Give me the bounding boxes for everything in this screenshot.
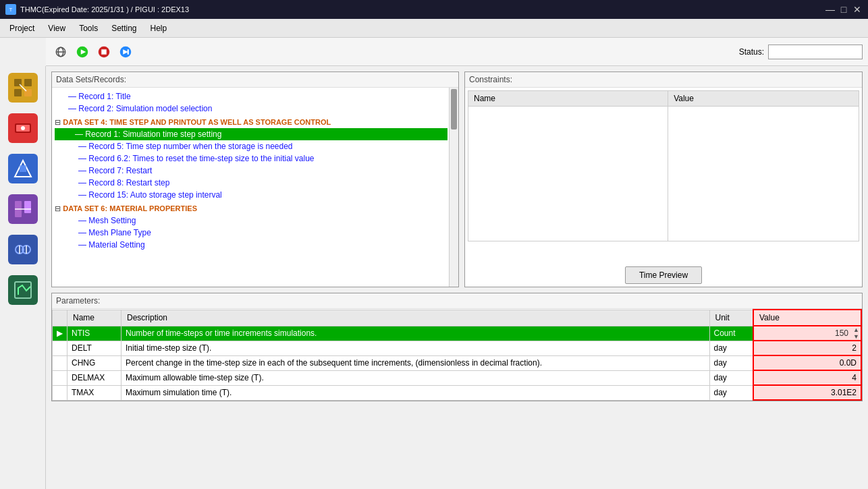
tree-mesh-setting[interactable]: — Mesh Setting xyxy=(55,214,447,227)
stop-button[interactable] xyxy=(94,42,113,61)
app-icon: T xyxy=(5,4,16,15)
params-row-delt-desc: Initial time-step size (T). xyxy=(121,341,710,355)
close-button[interactable]: ✕ xyxy=(852,4,863,15)
globe-button[interactable] xyxy=(51,42,70,61)
title-bar-left: T THMC(Expired Date: 2025/1/31 ) / PIGUI… xyxy=(5,4,189,15)
params-col-value: Value xyxy=(753,310,861,326)
menu-view[interactable]: View xyxy=(41,21,72,36)
params-row-tmax-name: TMAX xyxy=(67,385,121,400)
datasets-label: Data Sets/Records: xyxy=(52,72,458,88)
tree-record6[interactable]: — Record 6.2: Times to reset the time-st… xyxy=(55,152,447,165)
params-col-unit: Unit xyxy=(709,310,753,326)
tree-record-1[interactable]: — Record 1: Title xyxy=(55,90,447,103)
params-row-chng-desc: Percent change in the time-step size in … xyxy=(121,355,710,370)
svg-rect-20 xyxy=(20,165,26,172)
params-row-tmax-unit: day xyxy=(709,385,753,400)
params-col-name: Name xyxy=(67,310,121,326)
params-row-delmax-unit: day xyxy=(709,370,753,385)
title-bar-controls: — □ ✕ xyxy=(825,4,863,15)
side-icon-2[interactable] xyxy=(3,109,43,147)
menu-tools[interactable]: Tools xyxy=(72,21,105,36)
params-row-delmax-arrow xyxy=(53,370,67,385)
constraints-col-name: Name xyxy=(468,91,668,107)
step-button[interactable] xyxy=(116,42,135,61)
params-row-ntis-arrow: ▶ xyxy=(53,326,67,341)
menu-setting[interactable]: Setting xyxy=(105,21,143,36)
params-row-chng[interactable]: CHNG Percent change in the time-step siz… xyxy=(53,355,862,370)
tree-dataset4[interactable]: ⊟ DATA SET 4: TIME STEP AND PRINTOUT AS … xyxy=(55,116,447,128)
svg-rect-13 xyxy=(24,79,32,86)
status-area: Status: xyxy=(739,45,863,59)
svg-rect-22 xyxy=(24,201,31,213)
title-bar-text: THMC(Expired Date: 2025/1/31 ) / PIGUI :… xyxy=(20,5,189,13)
side-icon-1[interactable] xyxy=(3,69,43,107)
datasets-list[interactable]: — Record 1: Title — Record 2: Simulation… xyxy=(52,88,458,287)
params-row-delt-value[interactable]: 2 xyxy=(753,341,861,355)
svg-rect-8 xyxy=(101,49,107,55)
tree-mesh-plane[interactable]: — Mesh Plane Type xyxy=(55,227,447,239)
main-content: Data Sets/Records: — Record 1: Title — R… xyxy=(46,66,868,489)
svg-rect-28 xyxy=(15,282,31,298)
params-row-ntis-unit: Count xyxy=(709,326,753,341)
params-row-delmax-value[interactable]: 4 xyxy=(753,370,861,385)
menu-project[interactable]: Project xyxy=(3,21,41,36)
toolbar: Status: xyxy=(46,38,868,66)
title-bar: T THMC(Expired Date: 2025/1/31 ) / PIGUI… xyxy=(0,0,868,19)
params-row-ntis-desc: Number of time-steps or time increments … xyxy=(121,326,710,341)
parameters-label: Parameters: xyxy=(52,293,862,309)
time-preview-button[interactable]: Time Preview xyxy=(625,266,702,284)
datasets-panel: Data Sets/Records: — Record 1: Title — R… xyxy=(51,71,459,287)
menu-bar: Project View Tools Setting Help xyxy=(0,19,868,38)
tree-record15[interactable]: — Record 15: Auto storage step interval xyxy=(55,189,447,201)
constraints-col-value: Value xyxy=(668,91,859,107)
params-row-tmax-arrow xyxy=(53,385,67,400)
maximize-button[interactable]: □ xyxy=(838,4,849,15)
params-row-delt-name: DELT xyxy=(67,341,121,355)
side-panel xyxy=(0,66,46,489)
tree-record1-timestep[interactable]: — Record 1: Simulation time step setting xyxy=(55,128,447,140)
tree-record7[interactable]: — Record 7: Restart xyxy=(55,165,447,177)
params-col-arrow xyxy=(53,310,67,326)
params-row-tmax-value[interactable]: 3.01E2 xyxy=(753,385,861,400)
parameters-section: Parameters: Name Description Unit xyxy=(51,293,863,401)
tree-record-2[interactable]: — Record 2: Simulation model selection xyxy=(55,103,447,115)
constraints-label: Constraints: xyxy=(465,72,862,88)
params-row-tmax-desc: Maximum simulation time (T). xyxy=(121,385,710,400)
tree-material-setting[interactable]: — Material Setting xyxy=(55,239,447,251)
svg-text:T: T xyxy=(9,7,13,13)
params-row-chng-value[interactable]: 0.0D xyxy=(753,355,861,370)
svg-rect-14 xyxy=(14,89,22,96)
params-row-delmax-desc: Maximum allowable time-step size (T). xyxy=(121,370,710,385)
constraints-table: Name Value xyxy=(468,90,859,241)
side-icon-6[interactable] xyxy=(3,271,43,309)
status-input[interactable] xyxy=(768,45,863,59)
params-row-ntis-value[interactable]: 150 ▲▼ xyxy=(753,326,861,341)
tree-record8[interactable]: — Record 8: Restart step xyxy=(55,177,447,189)
tree-record5[interactable]: — Record 5: Time step number when the st… xyxy=(55,140,447,152)
svg-point-18 xyxy=(21,126,25,130)
constraints-row-empty xyxy=(468,107,859,241)
params-row-delt[interactable]: DELT Initial time-step size (T). day 2 xyxy=(53,341,862,355)
params-row-ntis[interactable]: ▶ NTIS Number of time-steps or time incr… xyxy=(53,326,862,341)
status-label: Status: xyxy=(739,47,764,57)
play-button[interactable] xyxy=(73,42,92,61)
params-row-delmax[interactable]: DELMAX Maximum allowable time-step size … xyxy=(53,370,862,385)
params-row-delt-unit: day xyxy=(709,341,753,355)
side-icon-3[interactable] xyxy=(3,150,43,188)
params-row-ntis-name: NTIS xyxy=(67,326,121,341)
tree-dataset6[interactable]: ⊟ DATA SET 6: MATERIAL PROPERTIES xyxy=(55,202,447,214)
tree-scrollbar[interactable] xyxy=(449,88,458,287)
top-section: Data Sets/Records: — Record 1: Title — R… xyxy=(51,71,863,287)
parameters-table: Name Description Unit Value ▶ NTIS Numbe… xyxy=(52,309,862,401)
constraints-panel: Constraints: Name Value Time Preview xyxy=(464,71,863,287)
params-row-delmax-name: DELMAX xyxy=(67,370,121,385)
params-row-chng-unit: day xyxy=(709,355,753,370)
side-icon-4[interactable] xyxy=(3,190,43,228)
params-row-tmax[interactable]: TMAX Maximum simulation time (T). day 3.… xyxy=(53,385,862,400)
params-header-row: Name Description Unit Value xyxy=(53,310,862,326)
menu-help[interactable]: Help xyxy=(144,21,174,36)
side-icon-5[interactable] xyxy=(3,231,43,268)
time-preview-area: Time Preview xyxy=(465,264,862,287)
params-row-chng-arrow xyxy=(53,355,67,370)
minimize-button[interactable]: — xyxy=(825,4,836,15)
